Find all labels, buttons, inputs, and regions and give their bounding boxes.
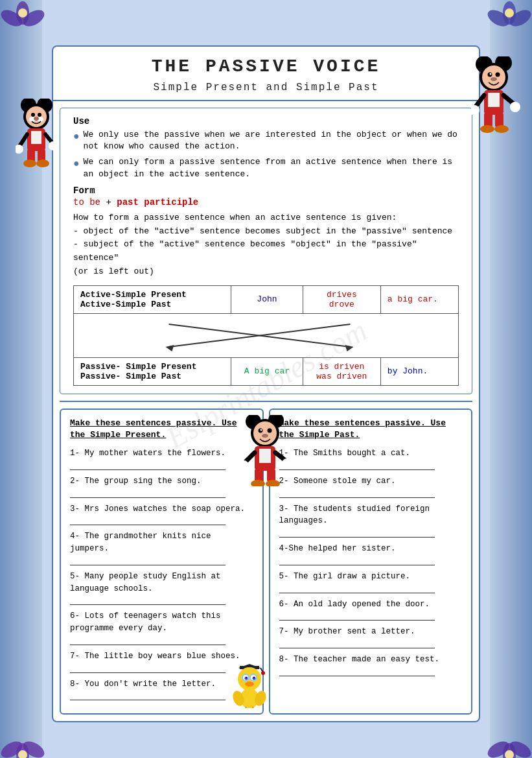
svg-point-106 bbox=[245, 681, 254, 687]
answer-line-r4 bbox=[279, 556, 435, 565]
page-container: Eslprintables.com bbox=[0, 0, 532, 758]
passive-label-cell: Passive- Simple Present Passive- Simple … bbox=[74, 357, 231, 385]
page-subtitle: Simple Present and Simple Past bbox=[66, 82, 466, 93]
table-row-arrows bbox=[74, 313, 459, 357]
svg-point-97 bbox=[238, 667, 261, 691]
theory-section: Use ● We only use the passive when we ar… bbox=[60, 108, 472, 394]
active-subject-cell: John bbox=[231, 285, 303, 313]
form-label: Form bbox=[73, 185, 459, 196]
passive-verb-was-driven: was driven bbox=[316, 372, 367, 381]
exercise-item-text-7: 7- The little boy wears blue shoes. bbox=[70, 650, 253, 663]
answer-line-r5 bbox=[279, 584, 435, 593]
bullet-text-1: We only use the passive when we are inte… bbox=[84, 129, 459, 152]
exercise-left-item-4: 4- The grandmother knits nice jumpers. bbox=[70, 530, 253, 565]
exercise-right-item-4: 4-She helped her sister. bbox=[279, 543, 463, 565]
exercise-right-text-4: 4-She helped her sister. bbox=[279, 543, 463, 555]
svg-point-60 bbox=[491, 77, 497, 81]
svg-rect-41 bbox=[31, 131, 41, 144]
svg-rect-62 bbox=[488, 93, 500, 107]
tweety-icon bbox=[232, 663, 268, 711]
answer-line-r6 bbox=[279, 611, 435, 621]
passive-verb-cell: is driven was driven bbox=[303, 357, 380, 385]
passive-object-cell: by John. bbox=[380, 357, 458, 385]
mickey-center-icon bbox=[240, 415, 292, 480]
form-desc-2: - object of the "active" sentence become… bbox=[73, 225, 459, 239]
answer-line-r3 bbox=[279, 528, 435, 538]
answer-line-7 bbox=[70, 664, 226, 673]
svg-point-65 bbox=[480, 125, 494, 133]
svg-marker-73 bbox=[166, 345, 174, 351]
answer-line-3 bbox=[70, 516, 226, 525]
exercise-right-item-1: 1- The Smiths bought a cat. bbox=[279, 447, 463, 470]
form-description: How to form a passive sentence when an a… bbox=[73, 211, 459, 279]
page-title: THE PASSIVE VOICE bbox=[66, 56, 466, 77]
active-label-cell: Active-Simple Present Active-Simple Past bbox=[74, 285, 231, 313]
form-desc-3: - subject of the "active" sentence becom… bbox=[73, 238, 459, 265]
exercise-right-text-5: 5- The girl draw a picture. bbox=[279, 571, 463, 583]
svg-point-119 bbox=[505, 8, 514, 18]
exercise-right-text-2: 2- Someone stole my car. bbox=[279, 475, 463, 488]
svg-point-50 bbox=[31, 113, 35, 117]
exercise-right-item-5: 5- The girl draw a picture. bbox=[279, 571, 463, 593]
exercise-left-item-5: 5- Many people study English at language… bbox=[70, 571, 253, 606]
title-section: THE PASSIVE VOICE Simple Present and Sim… bbox=[53, 47, 479, 101]
svg-point-66 bbox=[494, 125, 509, 133]
svg-point-92 bbox=[282, 458, 292, 469]
svg-point-59 bbox=[490, 73, 492, 75]
exercise-right-title: Make these sentences passive. Use the Si… bbox=[279, 418, 463, 441]
svg-marker-74 bbox=[345, 345, 354, 351]
corner-flower-br bbox=[487, 722, 532, 758]
svg-point-44 bbox=[23, 160, 36, 167]
exercise-item-text-3: 3- Mrs Jones watches the soap opera. bbox=[70, 503, 253, 515]
section-divider bbox=[60, 401, 472, 402]
form-to-be: to be bbox=[73, 197, 100, 207]
svg-point-52 bbox=[34, 117, 39, 121]
form-formula: to be + past participle bbox=[73, 197, 459, 207]
svg-rect-84 bbox=[259, 449, 271, 463]
table-row-passive: Passive- Simple Present Passive- Simple … bbox=[74, 357, 459, 385]
answer-line-r8 bbox=[279, 667, 435, 676]
svg-point-82 bbox=[262, 434, 268, 438]
main-content: Eslprintables.com bbox=[52, 45, 480, 722]
form-past-part: past participle bbox=[117, 197, 198, 207]
exercise-wrapper: Make these sentences passive. Use the Si… bbox=[53, 409, 479, 715]
exercise-item-text-1: 1- My mother waters the flowers. bbox=[70, 447, 253, 460]
exercise-left-title: Make these sentences passive. Use the Si… bbox=[70, 418, 253, 441]
exercise-right-text-8: 8- The teacher made an easy test. bbox=[279, 654, 463, 666]
svg-point-104 bbox=[246, 677, 247, 678]
mickey-right-icon bbox=[471, 56, 523, 156]
exercise-item-text-4: 4- The grandmother knits nice jumpers. bbox=[70, 530, 253, 555]
passive-subject-cell: A big car bbox=[231, 357, 303, 385]
form-plus: + bbox=[106, 197, 117, 207]
svg-point-58 bbox=[496, 73, 500, 77]
answer-line-8 bbox=[70, 691, 226, 700]
svg-rect-64 bbox=[495, 113, 503, 127]
exercise-right-text-3: 3- The students studied foreign language… bbox=[279, 503, 463, 528]
use-label: Use bbox=[73, 116, 459, 126]
mickey-left-icon bbox=[16, 99, 58, 191]
answer-line-r1 bbox=[279, 461, 435, 470]
passive-verb-is-driven: is driven bbox=[319, 362, 364, 372]
arrows-svg bbox=[80, 318, 452, 353]
exercise-left-item-1: 1- My mother waters the flowers. bbox=[70, 447, 253, 470]
exercise-right-text-1: 1- The Smiths bought a cat. bbox=[279, 447, 463, 460]
svg-point-45 bbox=[36, 160, 49, 167]
answer-line-r7 bbox=[279, 639, 435, 648]
svg-point-80 bbox=[267, 428, 272, 432]
exercise-item-text-6: 6- Lots of teenagers watch this programm… bbox=[70, 610, 253, 635]
exercise-right-item-7: 7- My brother sent a letter. bbox=[279, 626, 463, 648]
svg-point-51 bbox=[38, 113, 41, 117]
exercise-left-item-2: 2- The group sing the song. bbox=[70, 475, 253, 498]
bullet-item-1: ● We only use the passive when we are in… bbox=[73, 129, 459, 152]
answer-line-2 bbox=[70, 489, 226, 498]
table-row-active: Active-Simple Present Active-Simple Past… bbox=[74, 285, 459, 313]
answer-line-6 bbox=[70, 636, 226, 645]
svg-point-87 bbox=[251, 480, 265, 486]
bullet-text-2: We can only form a passive sentence from… bbox=[84, 156, 459, 180]
corner-flower-tr bbox=[487, 0, 532, 45]
form-desc-1: How to form a passive sentence when an a… bbox=[73, 211, 459, 225]
exercise-left-item-7: 7- The little boy wears blue shoes. bbox=[70, 650, 253, 673]
arrow-container bbox=[80, 318, 452, 353]
exercise-item-text-5: 5- Many people study English at language… bbox=[70, 571, 253, 595]
exercise-item-text-8: 8- You don't write the letter. bbox=[70, 678, 253, 691]
